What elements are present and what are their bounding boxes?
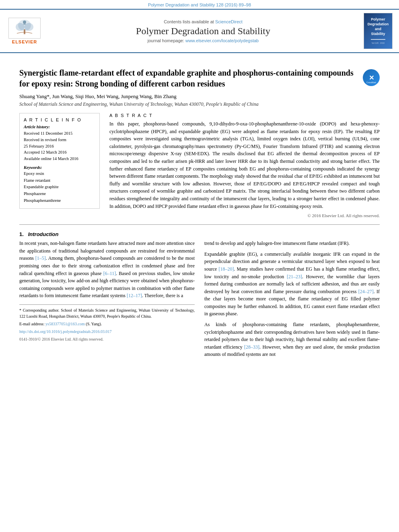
footnote-star: * Corresponding author. School of Materi… xyxy=(19,307,195,319)
journal-ref-text: Polymer Degradation and Stability 128 (2… xyxy=(148,2,251,7)
main-content: Synergistic flame-retardant effect of ex… xyxy=(0,53,399,370)
authors-text: Shuang Yang*, Jun Wang, Siqi Huo, Mei Wa… xyxy=(19,93,177,99)
affiliation-line: School of Materials Science and Engineer… xyxy=(19,101,380,107)
section-1: 1. Introduction In recent years, non-hal… xyxy=(19,231,380,362)
keyword-2: Flame retardant xyxy=(24,177,95,184)
article-history-label: Article history: xyxy=(24,125,95,129)
section-1-right-para-1: trend to develop and apply halogen-free … xyxy=(204,240,380,247)
top-ref-bar: Polymer Degradation and Stability 128 (2… xyxy=(0,0,399,9)
received-revised-label: Received in revised form xyxy=(24,137,95,143)
elsevier-brand-text: ELSEVIER xyxy=(12,39,37,44)
ref-18-20[interactable]: [18–20] xyxy=(218,266,234,272)
section-1-left-col: In recent years, non-halogen flame retar… xyxy=(19,240,195,362)
section-1-body: In recent years, non-halogen flame retar… xyxy=(19,240,380,362)
science-direct-line: Contents lists available at ScienceDirec… xyxy=(47,19,359,24)
keyword-4: Phosphazene xyxy=(24,191,95,197)
keyword-3: Expandable graphite xyxy=(24,184,95,191)
svg-point-5 xyxy=(23,21,26,24)
page-container: Polymer Degradation and Stability 128 (2… xyxy=(0,0,399,370)
email-link[interactable]: ys583377051@163.com xyxy=(45,322,85,326)
copyright-line: © 2016 Elsevier Ltd. All rights reserved… xyxy=(109,213,380,218)
footnote-section: * Corresponding author. School of Materi… xyxy=(19,304,195,342)
ref-24-27[interactable]: [24–27] xyxy=(358,289,374,294)
cover-text: Polymer Degradation and Stability ▬▬▬▬▬▬… xyxy=(368,17,389,44)
ref-6-11[interactable]: [6–11] xyxy=(103,271,116,276)
article-info-col: A R T I C L E I N F O Article history: R… xyxy=(19,113,100,218)
accepted-date: Accepted 12 March 2016 xyxy=(24,149,95,156)
article-info-heading: A R T I C L E I N F O xyxy=(24,117,95,122)
section-divider xyxy=(19,224,380,225)
keyword-1: Epoxy resin xyxy=(24,170,95,177)
doi-link[interactable]: http://dx.doi.org/10.1016/j.polymdegrads… xyxy=(19,329,112,334)
keywords-label: Keywords: xyxy=(24,165,95,170)
elsevier-tree-svg xyxy=(9,18,40,38)
abstract-text: In this paper, phosphorus-based compound… xyxy=(109,120,380,210)
section-1-right-para-2: Expandable graphite (EG), a commercially… xyxy=(204,251,380,318)
elsevier-tree-graphic xyxy=(8,18,41,39)
crossmark-label: CrossMark xyxy=(366,81,376,84)
available-date: Available online 14 March 2016 xyxy=(24,156,95,162)
section-1-para-1: In recent years, non-halogen flame retar… xyxy=(19,240,195,300)
svg-point-3 xyxy=(25,23,33,31)
journal-title: Polymer Degradation and Stability xyxy=(47,26,359,37)
authors-line: Shuang Yang*, Jun Wang, Siqi Huo, Mei Wa… xyxy=(19,93,380,100)
received-date: Received 11 December 2015 xyxy=(24,130,95,137)
ref-12-17[interactable]: [12–17] xyxy=(127,293,142,298)
header-center: Contents lists available at ScienceDirec… xyxy=(47,19,359,43)
ref-1-5[interactable]: [1–5] xyxy=(35,255,46,261)
section-1-right-para-3: As kinds of phosphorus-containing flame … xyxy=(204,321,380,358)
ref-21-23[interactable]: [21–23] xyxy=(287,274,302,279)
crossmark-badge[interactable]: CrossMark xyxy=(363,69,380,86)
revised-date: 25 February 2016 xyxy=(24,143,95,150)
journal-cover-thumbnail: Polymer Degradation and Stability ▬▬▬▬▬▬… xyxy=(364,13,393,49)
abstract-col: A B S T R A C T In this paper, phosphoru… xyxy=(109,113,380,218)
article-title-section: Synergistic flame-retardant effect of ex… xyxy=(19,68,380,89)
article-title: Synergistic flame-retardant effect of ex… xyxy=(19,68,358,89)
doi-link-line: http://dx.doi.org/10.1016/j.polymdegrads… xyxy=(19,329,195,335)
science-direct-link[interactable]: ScienceDirect xyxy=(215,19,243,24)
keyword-5: Phosphaphenanthrene xyxy=(24,197,95,204)
section-1-title: 1. Introduction xyxy=(19,231,380,237)
journal-homepage-url[interactable]: www.elsevier.com/locate/polydegstab xyxy=(185,38,259,43)
issn-line: 0141-3910/© 2016 Elsevier Ltd. All right… xyxy=(19,336,195,342)
elsevier-logo: ELSEVIER xyxy=(6,18,43,44)
svg-point-2 xyxy=(16,23,25,31)
ref-28-33[interactable]: [28–33] xyxy=(244,344,259,350)
journal-homepage-line: journal homepage: www.elsevier.com/locat… xyxy=(47,38,359,43)
article-info-box: A R T I C L E I N F O Article history: R… xyxy=(19,113,100,209)
section-1-right-col: trend to develop and apply halogen-free … xyxy=(204,240,380,362)
journal-header: ELSEVIER Contents lists available at Sci… xyxy=(0,9,399,53)
article-info-abstract-section: A R T I C L E I N F O Article history: R… xyxy=(19,113,380,218)
footnote-email: E-mail address: ys583377051@163.com (S. … xyxy=(19,321,195,327)
abstract-heading: A B S T R A C T xyxy=(109,113,380,118)
svg-rect-4 xyxy=(24,29,25,34)
